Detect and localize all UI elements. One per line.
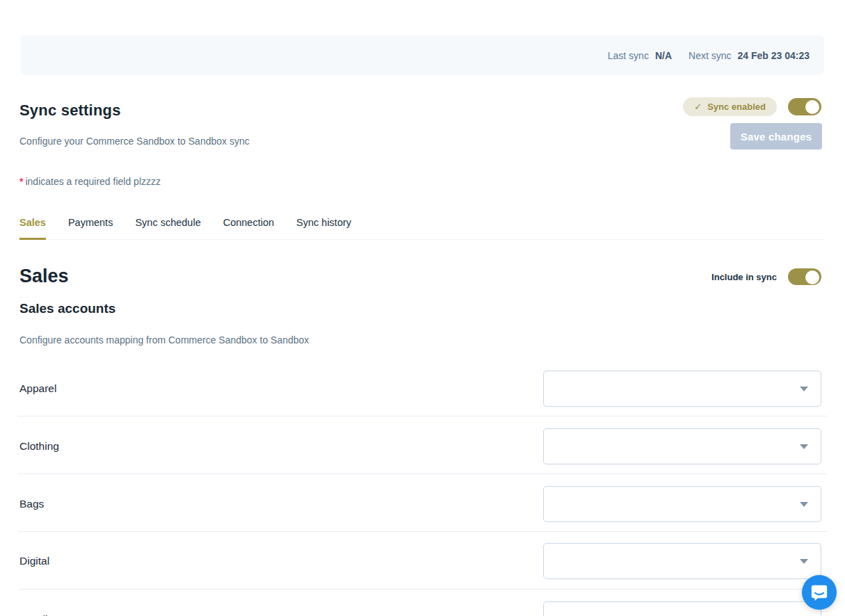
account-select-digital[interactable] <box>543 543 821 579</box>
mapping-label: Clothing <box>19 440 59 453</box>
chevron-down-icon <box>800 444 808 449</box>
mapping-label: Digital <box>19 555 49 567</box>
next-sync: Next sync 24 Feb 23 04:23 <box>689 50 810 61</box>
tab-sync-schedule[interactable]: Sync schedule <box>135 217 200 240</box>
sales-section-title: Sales <box>19 266 69 287</box>
tab-sync-history[interactable]: Sync history <box>296 217 351 240</box>
mapping-row-hoodies: Hoodies <box>19 601 821 616</box>
toggle-knob <box>805 270 819 284</box>
next-sync-label: Next sync <box>689 50 731 61</box>
include-in-sync-toggle[interactable] <box>788 268 821 285</box>
account-select-apparel[interactable] <box>543 371 821 407</box>
chat-launcher-button[interactable] <box>802 575 837 610</box>
chevron-down-icon <box>800 502 808 507</box>
tab-connection[interactable]: Connection <box>223 217 274 240</box>
check-icon: ✓ <box>694 102 702 112</box>
sync-enabled-controls: ✓ Sync enabled <box>683 97 821 116</box>
sync-enabled-toggle[interactable] <box>788 98 821 115</box>
required-asterisk: * <box>19 176 23 187</box>
account-select-bags[interactable] <box>543 486 821 522</box>
sales-accounts-subtitle: Configure accounts mapping from Commerce… <box>19 334 309 346</box>
last-sync: Last sync N/A <box>608 50 672 61</box>
chevron-down-icon <box>800 387 808 391</box>
save-changes-button[interactable]: Save changes <box>730 123 822 149</box>
sales-accounts-title: Sales accounts <box>19 301 115 316</box>
last-sync-label: Last sync <box>608 50 649 61</box>
mapping-row-digital: Digital <box>19 543 821 579</box>
mapping-row-apparel: Apparel <box>19 371 821 407</box>
toggle-knob <box>805 100 819 114</box>
account-select-clothing[interactable] <box>543 428 821 464</box>
tab-sales[interactable]: Sales <box>19 217 46 240</box>
sync-enabled-badge: ✓ Sync enabled <box>683 97 777 116</box>
row-divider <box>18 473 827 474</box>
mapping-label: Hoodies <box>19 613 59 616</box>
page-title: Sync settings <box>19 102 121 120</box>
mapping-label: Apparel <box>19 382 56 395</box>
chevron-down-icon <box>800 559 808 564</box>
next-sync-value: 24 Feb 23 04:23 <box>737 50 810 61</box>
include-in-sync-controls: Include in sync <box>711 268 821 285</box>
last-sync-value: N/A <box>655 50 672 61</box>
row-divider <box>18 589 827 590</box>
row-divider <box>18 416 827 416</box>
required-note-text: indicates a required field plzzzz <box>25 176 161 187</box>
mapping-row-bags: Bags <box>19 486 821 522</box>
required-field-note: *indicates a required field plzzzz <box>19 176 161 187</box>
page-subtitle: Configure your Commerce Sandbox to Sandb… <box>19 136 250 147</box>
settings-tab-bar: Sales Payments Sync schedule Connection … <box>19 217 824 240</box>
tab-payments[interactable]: Payments <box>68 217 113 240</box>
mapping-row-clothing: Clothing <box>19 428 821 464</box>
mapping-label: Bags <box>19 498 44 510</box>
sync-enabled-badge-label: Sync enabled <box>707 102 766 112</box>
sync-status-bar: Last sync N/A Next sync 24 Feb 23 04:23 <box>20 35 824 75</box>
account-select-hoodies[interactable] <box>543 601 821 616</box>
row-divider <box>18 531 827 532</box>
include-in-sync-label: Include in sync <box>711 272 777 282</box>
chat-bubble-icon <box>810 583 828 601</box>
